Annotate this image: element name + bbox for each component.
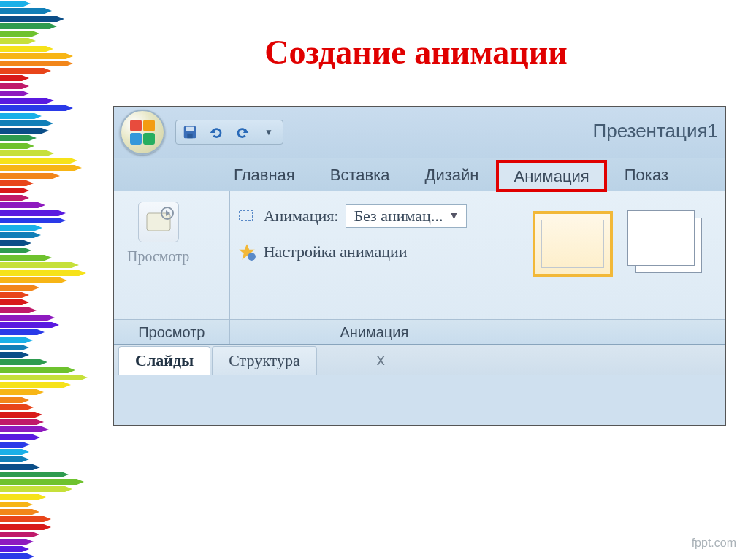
animation-combo-row: Анимация: Без анимац... ▼	[237, 204, 468, 228]
redo-icon[interactable]	[234, 124, 251, 140]
frame-icon	[237, 207, 256, 226]
animation-settings-label: Настройка анимации	[264, 242, 408, 261]
transitions-group-label	[519, 319, 725, 344]
animation-group-label: Анимация	[230, 319, 519, 344]
qat-dropdown-icon[interactable]: ▼	[261, 124, 277, 140]
ribbon-tabs: Главная Вставка Дизайн Анимация Показ	[114, 158, 725, 191]
svg-rect-2	[187, 134, 192, 138]
star-gear-icon	[237, 242, 256, 261]
close-panel-button[interactable]: x	[370, 348, 392, 372]
svg-rect-4	[240, 210, 253, 220]
tab-slideshow[interactable]: Показ	[607, 158, 686, 191]
svg-rect-1	[186, 127, 194, 131]
preview-icon	[138, 202, 179, 242]
preview-button-label: Просмотр	[127, 248, 189, 265]
tab-slides[interactable]: Слайды	[118, 346, 210, 375]
chevron-down-icon: ▼	[449, 210, 459, 222]
tab-animation[interactable]: Анимация	[496, 160, 606, 192]
title-bar: ▼ Презентация1	[114, 107, 725, 158]
office-button[interactable]	[120, 110, 165, 155]
tab-home[interactable]: Главная	[216, 158, 313, 191]
quick-access-toolbar: ▼	[175, 120, 283, 145]
footer-watermark: fppt.com	[692, 537, 736, 550]
tab-insert[interactable]: Вставка	[313, 158, 408, 191]
slide-panel-tabs: Слайды Структура x	[114, 345, 725, 375]
svg-point-6	[248, 253, 256, 261]
ribbon-group-preview: Просмотр Просмотр	[114, 191, 230, 344]
tab-design[interactable]: Дизайн	[408, 158, 497, 191]
transition-gallery	[527, 197, 718, 291]
transition-thumb-none[interactable]	[533, 211, 613, 277]
tab-outline[interactable]: Структура	[212, 346, 316, 375]
slide-title: Создание анимации	[113, 33, 719, 72]
undo-icon[interactable]	[208, 124, 224, 140]
document-title: Презентация1	[592, 120, 718, 142]
preview-button[interactable]: Просмотр	[121, 197, 195, 269]
save-icon[interactable]	[182, 124, 198, 140]
ribbon-body: Просмотр Просмотр Анимация: Без анимац..…	[114, 191, 725, 345]
ribbon-group-animation: Анимация: Без анимац... ▼ Настройка аним…	[230, 191, 519, 344]
animation-combo-label: Анимация:	[264, 207, 339, 226]
animation-settings-button[interactable]: Настройка анимации	[237, 242, 468, 261]
ribbon-group-transitions	[519, 191, 725, 344]
office-logo-icon	[130, 120, 155, 145]
transition-thumb-fade[interactable]	[625, 207, 712, 280]
animation-combo-value: Без анимац...	[354, 207, 443, 226]
preview-group-label: Просмотр	[114, 319, 229, 344]
powerpoint-screenshot: ▼ Презентация1 Главная Вставка Дизайн Ан…	[113, 106, 726, 426]
animation-combo[interactable]: Без анимац... ▼	[346, 204, 467, 228]
pencil-border-decoration	[0, 0, 95, 560]
